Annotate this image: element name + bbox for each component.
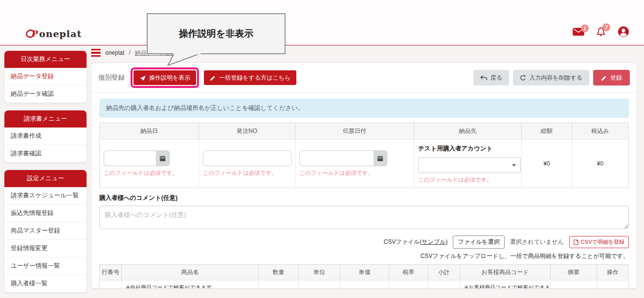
slip-date-cell: このフィールドは必須です。 [295, 140, 414, 188]
column-header-order-no: 発注NO [199, 123, 295, 140]
sidebar-item-invoice-create[interactable]: 請求書作成 [4, 128, 87, 145]
menu-icon[interactable] [91, 49, 101, 57]
calendar-icon[interactable] [374, 150, 387, 166]
column-header-tax-rate: 税率 [389, 265, 428, 280]
order-no-cell: このフィールドは必須です。 [199, 140, 295, 188]
svg-text:P: P [31, 29, 38, 39]
line-number-cell: 1 [100, 280, 122, 289]
undo-arrow-icon [480, 75, 488, 81]
sidebar-section-daily: 日次業務メニュー 納品データ登録 納品データ確認 [4, 50, 87, 103]
brand-logo-mark: P [25, 27, 38, 39]
delivery-date-input[interactable] [104, 150, 156, 166]
csv-sample-link[interactable]: サンプル [422, 238, 445, 245]
buyer-account-label: テスト用購入者アカウント [418, 145, 517, 153]
column-header-line-no: 行番号 [100, 265, 122, 280]
back-button[interactable]: 戻る [473, 70, 509, 85]
delivery-info-table: 納品日 発注NO 伝票日付 納品先 総額 税込み [99, 123, 629, 188]
sidebar-item-invoice-schedule[interactable]: 請求書スケジュール一覧 [4, 187, 87, 204]
csv-file-label: CSVファイル(サンプル) [384, 238, 448, 246]
items-table: 行番号 商品名 数量 単位 単価 税率 小計 お客様商品コード 摘要 操作 1 … [99, 264, 629, 289]
sidebar-section-settings: 設定メニュー 請求書スケジュール一覧 振込先情報登録 商品マスター登録 登録情報… [4, 170, 87, 293]
choose-file-button[interactable]: ファイルを選択 [453, 235, 504, 249]
column-header-unit: 単位 [299, 265, 340, 280]
individual-registration-panel: 個別登録 操作説明を表示 一括登録をする方はこちら [91, 63, 637, 289]
customer-code-cell: ※お客様商品コードで検索ができます。 [460, 280, 551, 289]
sidebar-item-buyer-list[interactable]: 購入者様一覧 [4, 275, 87, 292]
quantity-cell: 入力は必須です。 [259, 280, 299, 289]
column-header-product-name: 商品名 [122, 265, 259, 280]
mail-icon[interactable]: 1 [573, 28, 584, 36]
buyer-account-select[interactable] [418, 157, 521, 173]
tooltip-tail [155, 53, 214, 67]
breadcrumb-root[interactable]: oneplat [105, 49, 124, 56]
actions-cell [597, 280, 628, 289]
sidebar-section-title: 日次業務メニュー [4, 51, 87, 68]
notice-banner: 納品先の購入者名および納品場所名が正しいことを確認してください。 [99, 99, 629, 118]
column-header-slip-date: 伝票日付 [295, 123, 414, 140]
pencil-icon [601, 75, 607, 81]
clear-inputs-button[interactable]: 入力内容を削除する [513, 70, 589, 85]
screen: P oneplat 1 7 [0, 0, 644, 298]
sidebar-item-delivery-register[interactable]: 納品データ登録 [4, 68, 87, 85]
csv-description: CSVファイルをアップロードし、一括で商品明細を登録することが可能です。 [99, 252, 629, 260]
comment-textarea[interactable] [99, 206, 629, 229]
column-header-customer-code: お客様商品コード [460, 265, 551, 280]
unit-price-cell: 入力は必須です。 [340, 280, 389, 289]
sidebar-item-user-list[interactable]: ユーザー情報一覧 [4, 257, 87, 275]
column-header-delivery-date: 納品日 [100, 123, 199, 140]
field-required-error: このフィールドは必須です。 [299, 170, 410, 177]
column-header-quantity: 数量 [259, 265, 299, 280]
field-required-error: このフィールドは必須です。 [203, 170, 291, 177]
sidebar-item-product-master[interactable]: 商品マスター登録 [4, 222, 87, 239]
tax-rate-cell: 10% [389, 280, 428, 289]
sidebar-item-bank-info[interactable]: 振込先情報登録 [4, 204, 87, 222]
delivery-date-cell: このフィールドは必須です。 [100, 140, 199, 188]
tab-individual-registration: 個別登録 [98, 73, 125, 82]
breadcrumb-separator: / [129, 49, 130, 56]
order-no-input[interactable] [203, 150, 292, 166]
bulk-register-button[interactable]: 一括登録をする方はこちら [204, 70, 296, 85]
total-amount-value: ¥0 [522, 140, 572, 188]
pencil-icon [210, 75, 216, 81]
column-header-actions: 操作 [597, 265, 628, 280]
mail-badge: 1 [581, 24, 589, 32]
person-icon [618, 26, 629, 38]
show-guide-button[interactable]: 操作説明を表示 [133, 70, 196, 85]
no-file-selected-text: 選択されていません [510, 238, 564, 246]
sidebar-section-title: 設定メニュー [4, 170, 87, 187]
column-header-unit-price: 単価 [340, 265, 389, 280]
csv-register-button[interactable]: CSVで明細を登録 [569, 236, 629, 248]
account-icon[interactable] [618, 26, 629, 38]
tooltip-label: 操作説明を非表示 [147, 13, 286, 54]
tooltip: 操作説明を非表示 [147, 13, 286, 54]
register-button[interactable]: 登録 [593, 70, 630, 85]
annotation-highlight-box: 操作説明を表示 [131, 67, 199, 88]
sidebar-item-delivery-confirm[interactable]: 納品データ確認 [4, 85, 87, 103]
brand-name: oneplat [39, 28, 82, 39]
main-content: oneplat / 納品データ登録 個別登録 操作説明を表示 [91, 47, 637, 289]
column-header-memo: 摘要 [551, 265, 597, 280]
subtotal-value: ¥0 [428, 280, 460, 289]
customer-code-search-note: ※お客様商品コードで検索ができます。 [464, 284, 546, 289]
caret-down-icon [512, 164, 516, 167]
sidebar-item-registration-info[interactable]: 登録情報変更 [4, 239, 87, 257]
brand-logo[interactable]: P oneplat [25, 27, 82, 39]
column-header-subtotal: 小計 [428, 265, 460, 280]
notifications-icon[interactable]: 7 [596, 27, 606, 37]
comment-label: 購入者様へのコメント(任意) [99, 194, 629, 202]
calendar-icon[interactable] [156, 150, 170, 166]
top-bar: P oneplat 1 7 [0, 0, 644, 45]
product-name-cell: ※自社商品コードで検索ができます。 入力は必須です。 [122, 280, 259, 289]
product-search-note: ※自社商品コードで検索ができます。 [126, 284, 254, 289]
column-header-delivery-to: 納品先 [414, 123, 522, 140]
unit-cell: 入力は必須です。 [299, 280, 340, 289]
field-required-error: このフィールドは必須です。 [418, 176, 517, 184]
panel-body: 納品先の購入者名および納品場所名が正しいことを確認してください。 納品日 発注N… [91, 93, 637, 289]
sidebar-item-invoice-confirm[interactable]: 請求書確認 [4, 145, 87, 162]
notifications-badge: 7 [602, 23, 610, 31]
file-icon [574, 239, 578, 245]
column-header-total: 総額 [522, 123, 572, 140]
delivery-to-cell: テスト用購入者アカウント このフィールドは必須です。 [414, 140, 522, 188]
sidebar-section-invoice: 請求書メニュー 請求書作成 請求書確認 [4, 110, 87, 163]
slip-date-input[interactable] [299, 150, 374, 166]
